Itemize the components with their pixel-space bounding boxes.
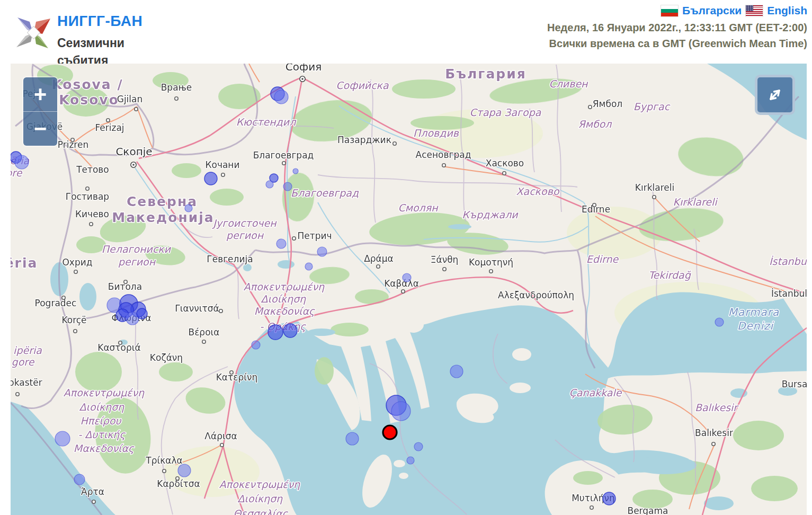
latest-earthquake-marker[interactable] [383, 425, 397, 439]
map-label-city: Kırklareli [635, 182, 674, 193]
map-label-country: ëria [11, 255, 38, 271]
map-label-city: Pogradec [35, 298, 77, 308]
map-label-city: Balıkesir [695, 428, 733, 438]
map-label-region: Пловдив [413, 127, 459, 139]
map-label-region: Кърджали [462, 209, 519, 220]
earthquake-marker[interactable] [185, 205, 192, 212]
map-label-city: Κομοτηνή [469, 257, 513, 268]
map-label-country: Kosovo [59, 92, 119, 108]
earthquake-marker[interactable] [266, 181, 273, 188]
earthquake-marker[interactable] [283, 324, 297, 338]
earthquake-marker[interactable] [450, 365, 463, 378]
map-label-city: Αλεξανδρούπολη [498, 290, 574, 300]
earthquake-marker[interactable] [15, 155, 29, 169]
earthquake-marker[interactable] [204, 172, 217, 185]
city-dot-icon [71, 138, 74, 141]
map-label-region: ipëria [13, 344, 42, 356]
city-dot-icon [90, 223, 93, 226]
city-dot-icon [106, 119, 110, 122]
map-label-city: Охрид [62, 257, 92, 268]
earthquake-marker[interactable] [137, 308, 147, 319]
earthquake-marker[interactable] [274, 90, 288, 104]
earthquake-marker[interactable] [715, 318, 724, 326]
city-dot-icon [712, 442, 715, 446]
map-label-city: Кичево [75, 209, 109, 219]
city-dot-icon [489, 270, 493, 273]
map-label-city: Γιαννιτσά [175, 303, 219, 314]
seismic-events-map[interactable]: БългарияСевернаМакедонијаKosova /Kosovoë… [11, 64, 807, 515]
map-label-region: Смолян [398, 202, 439, 214]
earthquake-marker[interactable] [74, 474, 85, 485]
map-label-region: Αποκεντρωμένη [244, 281, 325, 292]
earthquake-marker[interactable] [178, 464, 191, 477]
map-label-region: Хасково [516, 185, 559, 197]
fullscreen-button[interactable] [755, 75, 795, 115]
map-label-region: Стара Загора [470, 106, 541, 118]
map-label-city: Гевгелија [207, 254, 253, 264]
map-label-city: Врање [161, 82, 192, 93]
city-dot-icon [16, 393, 19, 396]
town-icon [301, 78, 304, 80]
map-label-region: Διοίκηση [79, 401, 125, 413]
earthquake-marker[interactable] [603, 492, 615, 505]
city-dot-icon [393, 142, 396, 145]
city-dot-icon [377, 265, 380, 268]
map-label-region: регион [226, 229, 264, 241]
earthquake-marker[interactable] [268, 325, 283, 340]
map-label-region: Ямбол [578, 118, 612, 130]
map-label-citylg: Скопје [115, 145, 152, 158]
earthquake-marker[interactable] [252, 341, 260, 349]
map-label-city: Βέροια [188, 327, 219, 338]
earthquake-marker[interactable] [407, 457, 414, 464]
earthquake-marker[interactable] [346, 432, 359, 445]
map-label-city: Τρίκαλα [145, 455, 182, 466]
map-label-city: Пазарджик [337, 135, 391, 145]
city-dot-icon [92, 500, 95, 503]
zoom-out-button[interactable]: − [23, 111, 57, 146]
expand-arrows-icon [764, 84, 786, 105]
city-dot-icon [163, 469, 166, 473]
earthquake-marker[interactable] [293, 168, 298, 174]
map-label-region: Kırklareli [673, 196, 718, 208]
city-dot-icon [74, 270, 77, 273]
city-dot-icon [590, 506, 593, 509]
map-label-region: - Δυτικής [78, 429, 126, 440]
map-label-city: Кочани [205, 159, 239, 170]
map-canvas[interactable]: БългарияСевернаМакедонијаKosova /Kosovoë… [11, 64, 807, 515]
map-label-city: Λάρισα [204, 431, 237, 441]
map-label-city: Korçë [61, 315, 86, 325]
bulgarian-flag-icon[interactable] [661, 5, 678, 16]
lang-link-english[interactable]: English [767, 4, 807, 17]
city-dot-icon [588, 105, 592, 109]
city-dot-icon [74, 330, 77, 333]
map-label-city: Ямбол [593, 99, 622, 109]
map-label-city: Δράμα [364, 253, 394, 264]
earthquake-marker[interactable] [55, 431, 70, 446]
map-label-region: Софийска [336, 79, 389, 91]
map-label-city: Ferizaj [95, 122, 124, 133]
zoom-control: + − [22, 76, 58, 147]
map-label-city: Κοζάνη [150, 352, 183, 363]
us-flag-icon[interactable] [746, 5, 763, 16]
earthquake-marker[interactable] [276, 239, 286, 248]
header: НИГГГ-БАН Сеизмични събития Български En… [0, 0, 812, 64]
city-dot-icon [176, 477, 179, 480]
earthquake-marker[interactable] [414, 442, 423, 451]
earthquake-marker[interactable] [283, 182, 292, 191]
map-label-region: регион [118, 256, 156, 268]
site-title[interactable]: НИГГГ-БАН [57, 13, 147, 30]
map-label-city: okastër [11, 377, 42, 388]
earthquake-marker[interactable] [317, 247, 327, 256]
city-dot-icon [219, 309, 222, 313]
map-label-city: Гостивар [66, 191, 109, 202]
lang-link-bulgarian[interactable]: Български [682, 4, 742, 17]
map-label-country: Македонија [112, 210, 214, 225]
zoom-in-button[interactable]: + [23, 77, 57, 111]
earthquake-marker[interactable] [403, 273, 411, 282]
earthquake-marker[interactable] [305, 263, 313, 270]
city-dot-icon [135, 108, 138, 111]
earthquake-marker[interactable] [391, 402, 411, 421]
city-dot-icon [202, 340, 206, 343]
niggg-logo-icon[interactable] [15, 11, 53, 53]
map-label-city: Gjilan [117, 94, 143, 104]
